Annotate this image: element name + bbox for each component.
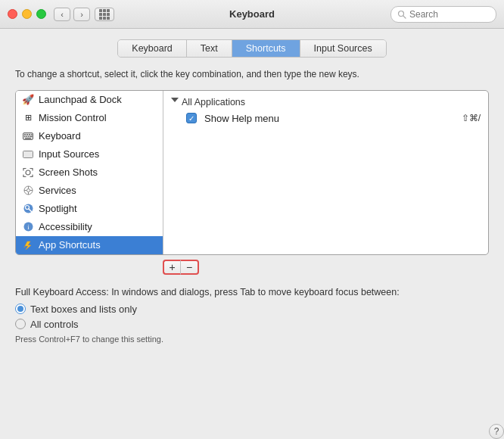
svg-point-16 <box>26 189 30 192</box>
tab-input-sources[interactable]: Input Sources <box>300 40 386 57</box>
shortcut-keys: ⇧⌘/ <box>462 113 481 123</box>
shortcuts-container: 🚀 Launchpad & Dock ⊞ Mission Control <box>15 90 489 255</box>
triangle-icon <box>171 98 179 106</box>
sidebar-list: 🚀 Launchpad & Dock ⊞ Mission Control <box>16 91 163 254</box>
radio-all-controls[interactable]: All controls <box>15 319 489 330</box>
search-box[interactable] <box>390 6 496 23</box>
sidebar-item-label: Input Sources <box>39 148 99 160</box>
svg-rect-3 <box>24 134 26 135</box>
sidebar-item-label: App Shortcuts <box>39 239 101 251</box>
svg-rect-6 <box>31 134 33 135</box>
group-header[interactable]: All Applications <box>163 94 488 111</box>
svg-rect-10 <box>30 135 32 137</box>
check-mark: ✓ <box>188 114 194 123</box>
sidebar-item-label: Keyboard <box>39 130 81 142</box>
shortcut-row: ✓ Show Help menu ⇧⌘/ <box>163 111 488 126</box>
search-icon <box>397 10 406 19</box>
add-remove-bar: + − <box>15 260 489 275</box>
shortcuts-panel: All Applications ✓ Show Help menu ⇧⌘/ <box>163 91 488 254</box>
radio-circle-all-controls <box>15 319 26 329</box>
sidebar-item-label: Launchpad & Dock <box>39 94 122 105</box>
input-sources-icon <box>22 148 34 160</box>
sidebar-item-accessibility[interactable]: i Accessibility <box>16 218 163 236</box>
maximize-button[interactable] <box>36 9 46 19</box>
svg-rect-4 <box>26 134 28 135</box>
sidebar-item-app-shortcuts[interactable]: App Shortcuts <box>16 236 163 254</box>
sidebar-item-launchpad[interactable]: 🚀 Launchpad & Dock <box>16 91 163 109</box>
forward-button[interactable]: › <box>73 8 90 21</box>
tab-keyboard[interactable]: Keyboard <box>118 40 187 57</box>
keyboard-icon <box>22 130 34 142</box>
help-button[interactable]: ? <box>489 424 504 439</box>
fka-section: Full Keyboard Access: In windows and dia… <box>15 287 489 344</box>
shortcut-checkbox[interactable]: ✓ <box>186 113 197 123</box>
radio-text-boxes[interactable]: Text boxes and lists only <box>15 304 489 315</box>
sidebar-item-services[interactable]: Services <box>16 182 163 200</box>
app-shortcuts-icon <box>22 239 34 251</box>
svg-rect-9 <box>28 135 30 137</box>
shortcut-label: Show Help menu <box>204 113 454 124</box>
sidebar-item-label: Screen Shots <box>39 167 98 178</box>
window-title: Keyboard <box>229 8 275 20</box>
sidebar-item-label: Services <box>39 185 76 196</box>
search-input[interactable] <box>409 9 490 20</box>
svg-rect-11 <box>31 135 33 137</box>
tab-shortcuts[interactable]: Shortcuts <box>232 40 300 57</box>
add-shortcut-button[interactable]: + <box>163 260 181 275</box>
sidebar-item-label: Accessibility <box>39 221 92 232</box>
tab-text[interactable]: Text <box>187 40 232 57</box>
services-icon <box>22 185 34 197</box>
back-button[interactable]: ‹ <box>54 8 70 21</box>
radio-circle-text-boxes <box>15 304 26 314</box>
svg-rect-7 <box>24 135 26 137</box>
screen-shots-icon <box>22 167 34 179</box>
sidebar-item-label: Spotlight <box>39 203 77 214</box>
svg-rect-8 <box>26 135 28 137</box>
sidebar-item-input-sources[interactable]: Input Sources <box>16 145 163 163</box>
traffic-lights <box>8 9 46 19</box>
remove-shortcut-button[interactable]: − <box>181 260 199 275</box>
tab-bar: Keyboard Text Shortcuts Input Sources <box>15 39 489 58</box>
svg-point-14 <box>26 170 30 175</box>
svg-line-1 <box>403 15 406 17</box>
svg-rect-13 <box>23 151 33 157</box>
launchpad-icon: 🚀 <box>22 94 34 106</box>
sidebar-item-mission-control[interactable]: ⊞ Mission Control <box>16 109 163 127</box>
spotlight-icon <box>22 203 34 215</box>
app-grid-button[interactable] <box>95 8 114 21</box>
sidebar-item-keyboard[interactable]: Keyboard <box>16 127 163 145</box>
svg-rect-5 <box>29 134 30 135</box>
close-button[interactable] <box>8 9 17 19</box>
svg-rect-12 <box>25 138 31 139</box>
mission-control-icon: ⊞ <box>22 112 34 124</box>
minimize-button[interactable] <box>22 9 32 19</box>
sidebar-item-screen-shots[interactable]: Screen Shots <box>16 163 163 182</box>
group-label: All Applications <box>182 97 245 107</box>
accessibility-icon: i <box>22 221 34 233</box>
sidebar-item-spotlight[interactable]: Spotlight <box>16 200 163 218</box>
sidebar-item-label: Mission Control <box>39 112 107 123</box>
radio-label-text-boxes: Text boxes and lists only <box>30 304 137 315</box>
grid-icon <box>99 9 110 20</box>
description-text: To change a shortcut, select it, click t… <box>15 68 489 81</box>
fka-note: Press Control+F7 to change this setting. <box>15 335 489 344</box>
radio-label-all-controls: All controls <box>30 319 79 330</box>
fka-title: Full Keyboard Access: In windows and dia… <box>15 287 489 297</box>
